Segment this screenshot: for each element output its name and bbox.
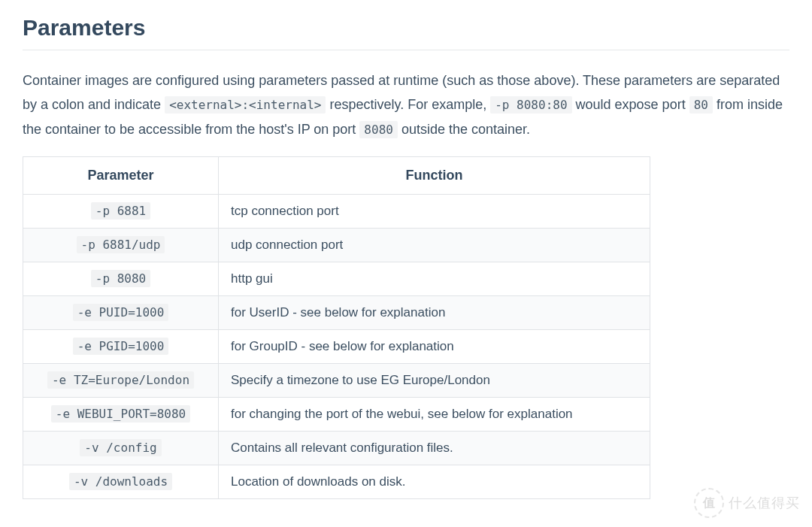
function-cell: Contains all relevant configuration file…: [219, 432, 650, 465]
param-cell: -p 6881: [23, 195, 219, 229]
header-function: Function: [219, 157, 650, 195]
param-cell: -e WEBUI_PORT=8080: [23, 398, 219, 432]
table-row: -p 6881/udpudp connection port: [23, 229, 650, 262]
intro-text: outside the container.: [401, 122, 530, 137]
intro-text: respectively. For example,: [329, 97, 490, 112]
param-code: -e WEBUI_PORT=8080: [51, 405, 190, 423]
code-port-mapping: -p 8080:80: [490, 96, 571, 114]
param-cell: -v /downloads: [23, 465, 219, 499]
param-code: -p 6881/udp: [77, 236, 165, 253]
table-row: -e WEBUI_PORT=8080for changing the port …: [23, 398, 650, 432]
param-code: -p 6881: [91, 202, 150, 220]
function-cell: for GroupID - see below for explanation: [219, 330, 650, 364]
param-cell: -v /config: [23, 432, 219, 465]
watermark-text: 什么值得买: [729, 494, 800, 512]
parameters-table: Parameter Function -p 6881tcp connection…: [23, 156, 650, 499]
param-cell: -e TZ=Europe/London: [23, 364, 219, 398]
intro-paragraph: Container images are configured using pa…: [23, 68, 789, 141]
function-cell: Location of downloads on disk.: [219, 465, 650, 499]
table-row: -p 6881tcp connection port: [23, 195, 650, 229]
header-parameter: Parameter: [23, 157, 219, 195]
intro-text: would expose port: [576, 97, 689, 112]
function-cell: Specify a timezone to use EG Europe/Lond…: [219, 364, 650, 398]
function-cell: udp connection port: [219, 229, 650, 262]
code-external-internal: <external>:<internal>: [165, 96, 326, 114]
function-cell: for UserID - see below for explanation: [219, 296, 650, 330]
function-cell: http gui: [219, 262, 650, 296]
watermark: 值 什么值得买: [694, 488, 800, 514]
table-header-row: Parameter Function: [23, 157, 650, 195]
table-row: -e PUID=1000for UserID - see below for e…: [23, 296, 650, 330]
param-cell: -e PGID=1000: [23, 330, 219, 364]
function-cell: for changing the port of the webui, see …: [219, 398, 650, 432]
param-code: -v /config: [80, 439, 161, 456]
table-row: -p 8080http gui: [23, 262, 650, 296]
param-cell: -e PUID=1000: [23, 296, 219, 330]
code-port-8080: 8080: [359, 121, 398, 138]
section-heading: Parameters: [23, 15, 789, 50]
function-cell: tcp connection port: [219, 195, 650, 229]
param-code: -v /downloads: [69, 473, 172, 490]
param-code: -e TZ=Europe/London: [47, 371, 194, 389]
code-port-80: 80: [689, 96, 713, 114]
table-row: -v /configContains all relevant configur…: [23, 432, 650, 465]
watermark-badge: 值: [694, 488, 724, 514]
param-code: -p 8080: [91, 270, 150, 287]
param-code: -e PUID=1000: [73, 304, 169, 321]
param-cell: -p 6881/udp: [23, 229, 219, 262]
param-cell: -p 8080: [23, 262, 219, 296]
param-code: -e PGID=1000: [73, 338, 169, 355]
table-row: -e TZ=Europe/LondonSpecify a timezone to…: [23, 364, 650, 398]
table-row: -v /downloadsLocation of downloads on di…: [23, 465, 650, 499]
table-row: -e PGID=1000for GroupID - see below for …: [23, 330, 650, 364]
